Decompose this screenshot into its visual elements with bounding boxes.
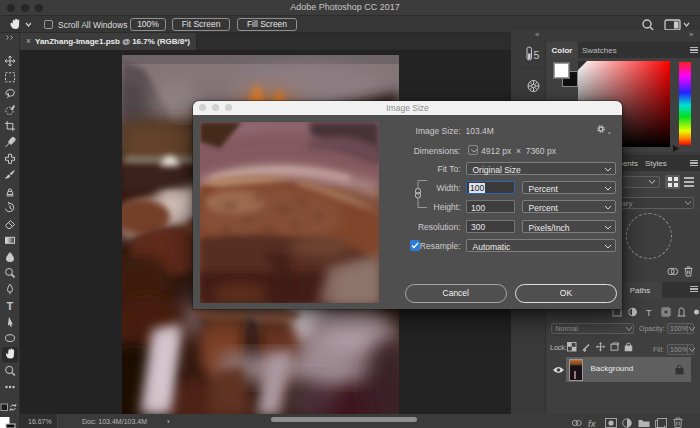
- svg-text:5: 5: [534, 49, 540, 61]
- svg-text:fx: fx: [588, 418, 597, 428]
- svg-text:T: T: [7, 300, 14, 312]
- svg-text:T: T: [646, 308, 652, 318]
